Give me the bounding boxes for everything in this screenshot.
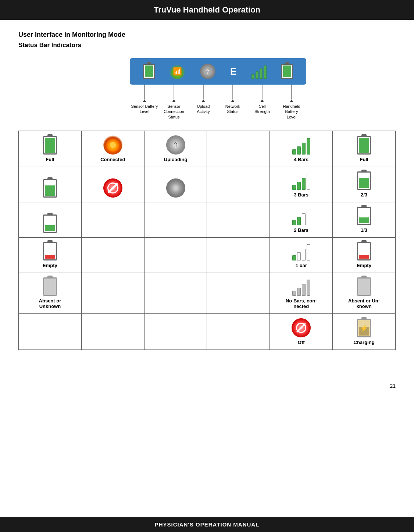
- handheld-battery-onethird-icon: [357, 207, 371, 225]
- table-row: Absent orUnknown No Bars, con-nected: [19, 273, 396, 313]
- diagram-area: 📶 ⇪ E: [40, 58, 396, 120]
- row6-network: [207, 313, 270, 350]
- handheld-battery-twothird-icon: [357, 171, 371, 190]
- signal-1bar-icon: [292, 242, 310, 260]
- sb-wifi-icon: 📶: [169, 64, 185, 79]
- battery-onethird-icon: [43, 214, 57, 233]
- connected-label: Connected: [100, 157, 125, 162]
- row3-upload: [144, 202, 207, 237]
- row6-upload: [144, 313, 207, 350]
- row5-cell: No Bars, con-nected: [270, 273, 333, 313]
- sb-upload-icon: ⇪: [200, 64, 215, 79]
- svg-marker-11: [290, 99, 293, 102]
- row5-upload: [144, 273, 207, 313]
- signal-3bars-icon: [292, 171, 310, 190]
- table-row: Empty 1 bar: [19, 237, 396, 273]
- row3-sensor-connection: [81, 202, 144, 237]
- subsection-title: Status Bar Indicators: [18, 42, 396, 49]
- page-title: TruVue Handheld Operation: [154, 5, 260, 14]
- signal-3bars-label: 3 Bars: [294, 192, 308, 198]
- handheld-onethird-label: 1/3: [361, 227, 367, 233]
- row1-sensor-battery: Full: [19, 131, 82, 167]
- table-row: Off ⚡ Charging: [19, 313, 396, 350]
- status-bar: 📶 ⇪ E: [130, 58, 306, 85]
- disconnected-icon: [103, 178, 122, 198]
- handheld-full-label: Full: [360, 157, 368, 162]
- row2-cell: 3 Bars: [270, 167, 333, 202]
- signal-4bars-label: 4 Bars: [294, 157, 308, 162]
- handheld-charging-label: Charging: [354, 340, 375, 345]
- sb-cell-icon: [251, 64, 267, 79]
- signal-2bars-icon: [292, 207, 310, 225]
- row1-network: [207, 131, 270, 167]
- row5-sensor-battery: Absent orUnknown: [19, 273, 82, 313]
- page-number: 21: [0, 379, 414, 411]
- row1-handheld: Full: [333, 131, 396, 167]
- table-row: 2 Bars 1/3: [19, 202, 396, 237]
- row6-cell: Off: [270, 313, 333, 350]
- handheld-battery-absent-icon: [357, 277, 371, 296]
- handheld-battery-empty-icon: [357, 242, 371, 260]
- row6-sensor-connection: [81, 313, 144, 350]
- battery-low2-icon: [43, 179, 57, 198]
- row4-sensor-connection: [81, 237, 144, 273]
- row2-upload: [144, 167, 207, 202]
- battery-empty-label: Empty: [43, 263, 57, 268]
- signal-off-label: Off: [298, 340, 305, 345]
- row4-handheld: Empty: [333, 237, 396, 273]
- signal-nobars-label: No Bars, con-nected: [286, 298, 317, 309]
- page-header: TruVue Handheld Operation: [0, 0, 414, 20]
- row3-cell: 2 Bars: [270, 202, 333, 237]
- signal-off-icon: [292, 318, 311, 337]
- signal-1bar-label: 1 bar: [296, 263, 307, 268]
- uploading-label: Uploading: [164, 157, 188, 162]
- row2-sensor-battery: [19, 167, 82, 202]
- sensor-connection-label: SensorConnectionStatus: [159, 85, 189, 120]
- handheld-battery-label: HandheldBatteryLevel: [277, 85, 306, 120]
- upload-inactive-icon: [166, 178, 185, 198]
- battery-absent-icon: [43, 277, 57, 296]
- row5-sensor-connection: [81, 273, 144, 313]
- cell-strength-label: CellStrength: [247, 85, 277, 120]
- row1-cell: 4 Bars: [270, 131, 333, 167]
- upload-activity-label: UploadActivity: [189, 85, 218, 120]
- svg-marker-9: [260, 99, 264, 102]
- sb-handheld-battery-icon: [281, 64, 293, 79]
- sb-sensor-battery-icon: [143, 64, 155, 79]
- signal-2bars-label: 2 Bars: [294, 227, 308, 233]
- connected-icon: [103, 135, 122, 155]
- row3-sensor-battery: [19, 202, 82, 237]
- network-status-label: NetworkStatus: [218, 85, 247, 120]
- row1-upload: ⇧ Uploading: [144, 131, 207, 167]
- row2-sensor-connection: [81, 167, 144, 202]
- footer-text: PHYSICIAN'S OPERATION MANUAL: [155, 521, 260, 528]
- row3-handheld: 1/3: [333, 202, 396, 237]
- battery-full-label: Full: [46, 157, 54, 162]
- svg-marker-5: [201, 99, 205, 102]
- battery-absent-label: Absent orUnknown: [39, 298, 61, 309]
- row4-upload: [144, 237, 207, 273]
- section-title: User Interface in Monitoring Mode: [18, 31, 396, 39]
- indicators-table: Full Connected ⇧: [18, 131, 396, 350]
- svg-marker-7: [231, 99, 235, 102]
- handheld-empty-label: Empty: [357, 263, 371, 268]
- uploading-icon: ⇧: [166, 135, 185, 155]
- battery-empty-icon: [43, 242, 57, 260]
- svg-marker-1: [143, 99, 146, 102]
- page-footer: PHYSICIAN'S OPERATION MANUAL: [0, 517, 414, 532]
- handheld-absent-label: Absent or Un-known: [348, 298, 380, 309]
- battery-full-icon: [43, 136, 57, 155]
- sb-network-icon: E: [230, 67, 236, 76]
- row5-handheld: Absent or Un-known: [333, 273, 396, 313]
- row2-network: [207, 167, 270, 202]
- row4-cell: 1 bar: [270, 237, 333, 273]
- row6-sensor-battery: [19, 313, 82, 350]
- handheld-battery-charging-icon: ⚡: [357, 319, 371, 337]
- handheld-battery-full-icon: [357, 136, 371, 155]
- row2-handheld: 2/3: [333, 167, 396, 202]
- signal-nobars-icon: [292, 277, 310, 296]
- row4-network: [207, 237, 270, 273]
- signal-4bars-icon: [292, 136, 310, 155]
- table-row: 3 Bars 2/3: [19, 167, 396, 202]
- sensor-battery-label: Sensor Battery Level: [130, 85, 159, 120]
